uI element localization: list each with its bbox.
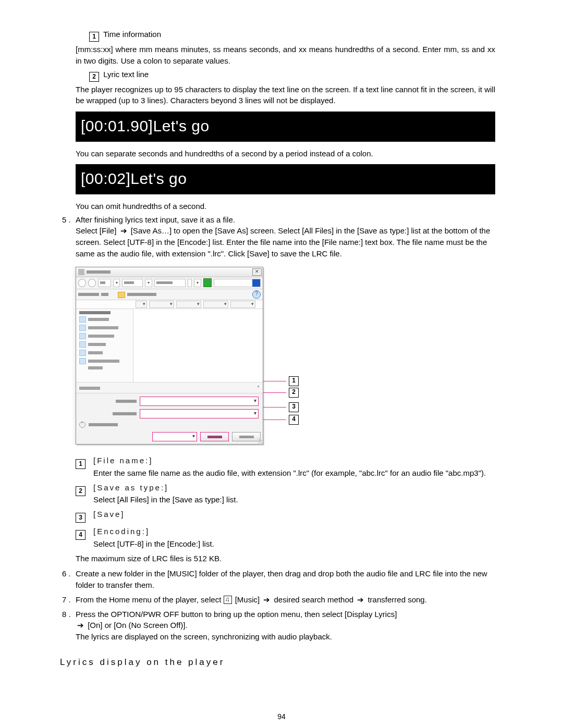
annotation-2-title-text: Lyric text line [103, 70, 149, 79]
savetype-field[interactable] [140, 409, 259, 418]
save-button[interactable] [200, 432, 229, 441]
nav-item[interactable]: ˄ [79, 385, 260, 392]
annotation-1-title: 1 Time information [89, 29, 495, 42]
step-5-text-b: [Save As…] to open the [Save As] screen.… [76, 226, 490, 258]
breadcrumb-tail[interactable] [188, 279, 192, 287]
step-7-text-d: transferred song. [368, 595, 426, 604]
step-5-number: 5 . [62, 214, 76, 260]
step-8-text-a: Press the OPTION/PWR OFF button to bring… [76, 610, 397, 619]
step-8-text-b: [On] or [On (No Screen Off)]. [88, 621, 187, 630]
callout-line-4 [263, 419, 286, 420]
callout-line-3 [263, 407, 286, 408]
column-header[interactable] [176, 301, 201, 308]
refresh-icon[interactable] [203, 278, 212, 287]
annotation-2-title: 2 Lyric text line [89, 69, 495, 82]
callout-2-icon: 2 [76, 486, 85, 496]
resize-grip-icon[interactable] [257, 438, 262, 443]
nav-item[interactable] [79, 350, 130, 356]
callout-line-1 [263, 381, 286, 381]
breadcrumb-dropdown[interactable] [145, 279, 152, 287]
step-8-number: 8 . [62, 609, 76, 643]
between-examples: You can separate seconds and hundredths … [76, 148, 495, 159]
def-2: 2 [Save as type:] Select [All Files] in … [76, 482, 495, 506]
breadcrumb-dropdown[interactable] [194, 279, 201, 287]
close-icon[interactable]: ✕ [252, 268, 262, 276]
lrc-example-2: [00:02]Let's go [76, 164, 495, 194]
cancel-button[interactable] [232, 432, 261, 441]
nav-item[interactable] [79, 341, 130, 348]
breadcrumb-segment[interactable] [154, 279, 186, 287]
step-7-text-a: From the Home menu of the player, select [76, 595, 223, 604]
breadcrumb-root[interactable] [98, 279, 111, 287]
collapse-icon[interactable] [79, 422, 85, 428]
back-icon[interactable] [78, 279, 86, 287]
lrc-example-1: [00:01.90]Let's go [76, 112, 495, 142]
title-text-placeholder [87, 270, 111, 274]
step-5: 5 . After finishing lyrics text input, s… [62, 214, 495, 260]
step-6-number: 6 . [62, 568, 76, 591]
step-6-text: Create a new folder in the [MUSIC] folde… [76, 568, 495, 591]
saveas-dialog: ✕ [76, 267, 263, 445]
browse-folders-label[interactable] [89, 423, 118, 426]
annotation-1-body: [mm:ss:xx] where mm means minutes, ss me… [76, 44, 495, 67]
def-2-body: Select [All Files] in the [Save as type:… [93, 494, 495, 505]
def-1-body: Enter the same file name as the audio fi… [93, 467, 495, 479]
callout-1-icon: 1 [76, 459, 85, 469]
content-pane[interactable] [133, 309, 263, 382]
music-icon [224, 596, 232, 604]
callout-2-icon: 2 [89, 72, 99, 82]
arrow-icon: ➔ [262, 594, 272, 606]
def-1-term: [File name:] [93, 455, 495, 466]
column-header[interactable] [136, 301, 147, 308]
forward-icon[interactable] [88, 279, 96, 287]
annotation-2-body: The player recognizes up to 95 character… [76, 84, 495, 107]
step-7: 7 . From the Home menu of the player, se… [62, 594, 495, 606]
def-4-term: [Encoding:] [93, 526, 495, 537]
step-8-text-c: The lyrics are displayed on the screen, … [76, 631, 495, 643]
nav-item[interactable] [79, 311, 130, 314]
callout-1-icon: 1 [89, 32, 99, 42]
nav-pane [76, 309, 133, 382]
column-header[interactable] [230, 301, 255, 308]
def-4: 4 [Encoding:] Select [UTF-8] in the [Enc… [76, 526, 495, 550]
toolbar-item[interactable] [127, 293, 156, 296]
def-2-term: [Save as type:] [93, 482, 495, 493]
column-header[interactable] [203, 301, 228, 308]
column-headers [76, 300, 263, 309]
nav-item[interactable] [79, 316, 130, 323]
help-icon[interactable]: ? [252, 290, 261, 299]
nav-item[interactable] [79, 333, 130, 339]
step-5-line1: After finishing lyrics text input, save … [76, 214, 495, 226]
breadcrumb-dropdown[interactable] [113, 279, 120, 287]
def-3: 3 [Save] [76, 509, 495, 523]
step-7-number: 7 . [62, 594, 76, 606]
arrow-icon: ➔ [356, 594, 365, 606]
section-heading: Lyrics display on the player [60, 656, 495, 669]
step-7-text-b: [Music] [235, 595, 262, 604]
nav-item[interactable] [79, 358, 130, 364]
dialog-navbar [76, 277, 263, 289]
breadcrumb-segment[interactable] [122, 279, 143, 287]
toolbar-item[interactable] [101, 293, 108, 296]
filename-label [116, 400, 137, 403]
app-icon [78, 269, 84, 275]
newfolder-icon[interactable] [118, 292, 125, 298]
callout-4-icon: 4 [76, 530, 85, 540]
annotation-1-title-text: Time information [103, 30, 161, 39]
column-header[interactable] [149, 301, 174, 308]
dialog-toolbar: ? [76, 289, 263, 300]
encoding-field[interactable] [152, 432, 197, 441]
filename-field[interactable] [140, 397, 259, 406]
arrow-icon: ➔ [76, 620, 85, 631]
savetype-label [113, 412, 137, 415]
callout-3-icon: 3 [76, 513, 85, 523]
def-4-body: Select [UTF-8] in the [Encode:] list. [93, 538, 495, 550]
def-1: 1 [File name:] Enter the same file name … [76, 455, 495, 479]
toolbar-item[interactable] [78, 293, 99, 296]
dialog-titlebar: ✕ [76, 267, 263, 277]
nav-item[interactable] [79, 325, 130, 331]
nav-item[interactable] [79, 366, 130, 369]
search-input[interactable] [214, 279, 261, 287]
step-5-text-a: Select [File] [76, 226, 119, 235]
callout-line-2 [263, 392, 286, 393]
